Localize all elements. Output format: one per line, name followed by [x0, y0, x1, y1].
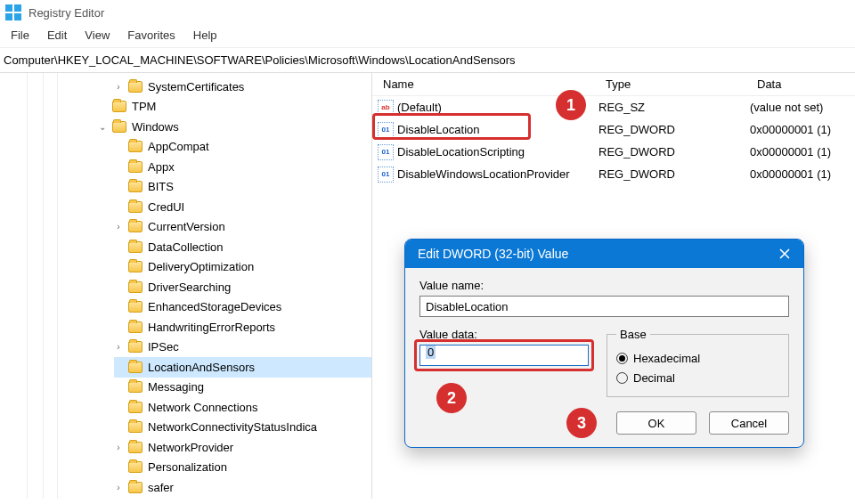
tree-item-label: BITS: [148, 180, 174, 193]
value-type: REG_DWORD: [598, 123, 750, 136]
menu-file[interactable]: File: [11, 28, 29, 42]
menu-view[interactable]: View: [85, 28, 110, 42]
tree-item[interactable]: ›safer: [114, 477, 371, 498]
radio-icon: [616, 353, 628, 364]
folder-icon: [128, 341, 142, 353]
tree-item[interactable]: ›NetworkConnectivityStatusIndica: [114, 418, 371, 438]
value-data-field[interactable]: 0: [419, 345, 589, 366]
app-icon: [5, 4, 21, 20]
value-data: 0x00000001 (1): [750, 167, 855, 181]
tree-item[interactable]: ›DataCollection: [114, 237, 371, 257]
value-data: 0x00000001 (1): [750, 123, 855, 136]
value-name-field[interactable]: [419, 296, 789, 317]
close-icon[interactable]: [775, 244, 794, 264]
folder-icon: [128, 421, 142, 433]
col-data-header[interactable]: Data: [746, 77, 855, 91]
chevron-down-icon[interactable]: ⌄: [98, 122, 107, 132]
value-data: (value not set): [750, 101, 855, 114]
tree-item[interactable]: ›CredUI: [114, 197, 371, 217]
tree-item[interactable]: ›DeliveryOptimization: [114, 257, 371, 278]
dialog-titlebar[interactable]: Edit DWORD (32-bit) Value: [405, 240, 803, 268]
list-body: ab(Default)REG_SZ(value not set)01Disabl…: [372, 96, 855, 185]
value-row[interactable]: 01DisableWindowsLocationProviderREG_DWOR…: [372, 163, 855, 185]
ok-button[interactable]: OK: [616, 411, 696, 435]
col-name-header[interactable]: Name: [372, 77, 595, 91]
value-name: (Default): [397, 101, 598, 114]
folder-icon: [128, 181, 142, 192]
value-data-label: Value data:: [419, 328, 589, 341]
menu-edit[interactable]: Edit: [47, 28, 67, 42]
tree-item[interactable]: ›Messaging: [114, 378, 371, 398]
tree-item[interactable]: ›NetworkProvider: [114, 437, 371, 458]
edit-dword-dialog: Edit DWORD (32-bit) Value Value name: Va…: [404, 239, 804, 448]
tree-item[interactable]: ›TPM: [98, 97, 371, 118]
menu-help[interactable]: Help: [193, 28, 217, 42]
tree-item[interactable]: ›SettingSync: [114, 498, 371, 500]
tree-item[interactable]: ›Personalization: [114, 458, 371, 478]
folder-icon: [128, 461, 142, 473]
tree-item-label: NetworkConnectivityStatusIndica: [148, 420, 317, 434]
value-name: DisableLocation: [397, 123, 598, 136]
chevron-right-icon[interactable]: ›: [114, 483, 123, 492]
tree-item-label: AppCompat: [148, 140, 209, 153]
cancel-button[interactable]: Cancel: [709, 411, 789, 435]
value-data: 0x00000001 (1): [750, 145, 855, 159]
tree-item-label: TPM: [132, 100, 156, 113]
value-row[interactable]: 01DisableLocationREG_DWORD0x00000001 (1): [372, 118, 855, 141]
address-bar[interactable]: Computer\HKEY_LOCAL_MACHINE\SOFTWARE\Pol…: [0, 48, 855, 73]
tree-item-label: Windows: [132, 120, 179, 134]
folder-icon: [128, 241, 142, 253]
tree-item[interactable]: ›CurrentVersion: [114, 217, 371, 238]
folder-icon: [128, 141, 142, 152]
chevron-right-icon[interactable]: ›: [114, 222, 123, 232]
col-type-header[interactable]: Type: [595, 77, 746, 91]
tree-item-label: CredUI: [148, 200, 184, 214]
tree-item-label: safer: [148, 481, 174, 494]
tree-item-label: CurrentVersion: [148, 220, 225, 233]
menu-favorites[interactable]: Favorites: [127, 28, 175, 42]
svg-rect-2: [5, 13, 12, 20]
radio-decimal[interactable]: Decimal: [616, 368, 779, 387]
tree-item[interactable]: ›AppCompat: [114, 137, 371, 158]
value-type: REG_DWORD: [598, 145, 750, 159]
dword-value-icon: 01: [378, 122, 394, 138]
tree-item[interactable]: ›DriverSearching: [114, 277, 371, 297]
folder-icon: [112, 101, 126, 112]
chevron-right-icon[interactable]: ›: [114, 342, 123, 352]
tree-item-label: SystemCertificates: [148, 80, 244, 93]
list-header: Name Type Data: [372, 73, 855, 96]
tree-item[interactable]: ›SystemCertificates: [114, 77, 371, 97]
tree-item-label: DataCollection: [148, 240, 224, 254]
folder-icon: [128, 442, 142, 453]
chevron-right-icon[interactable]: ›: [114, 443, 123, 452]
title-bar: Registry Editor: [0, 0, 855, 25]
tree-item[interactable]: ›Network Connections: [114, 397, 371, 418]
tree-item-label: Messaging: [148, 380, 204, 394]
dialog-body: Value name: Value data: 0 Base Hexadecim…: [405, 268, 803, 447]
tree-item[interactable]: ⌄Windows: [98, 117, 371, 137]
value-row[interactable]: 01DisableLocationScriptingREG_DWORD0x000…: [372, 141, 855, 163]
dialog-buttons: OK Cancel: [419, 411, 789, 435]
tree-item[interactable]: ›IPSec: [114, 337, 371, 358]
svg-rect-0: [5, 4, 12, 12]
address-path: Computer\HKEY_LOCAL_MACHINE\SOFTWARE\Pol…: [4, 53, 516, 67]
tree[interactable]: ›SystemCertificates›TPM⌄Windows›AppCompa…: [0, 77, 371, 499]
base-fieldset: Base Hexadecimal Decimal: [607, 328, 789, 397]
folder-icon: [128, 321, 142, 333]
value-name-label: Value name:: [419, 279, 789, 292]
value-row[interactable]: ab(Default)REG_SZ(value not set): [372, 96, 855, 118]
tree-item-label: DriverSearching: [148, 280, 231, 294]
tree-item[interactable]: ›LocationAndSensors: [114, 357, 371, 378]
radio-hexadecimal[interactable]: Hexadecimal: [616, 348, 779, 368]
radio-dec-label: Decimal: [633, 371, 675, 385]
tree-item-label: IPSec: [148, 340, 179, 354]
chevron-right-icon[interactable]: ›: [114, 82, 123, 92]
folder-icon: [128, 81, 142, 93]
tree-item[interactable]: ›EnhancedStorageDevices: [114, 297, 371, 318]
tree-item[interactable]: ›BITS: [114, 177, 371, 198]
tree-item[interactable]: ›HandwritingErrorReports: [114, 317, 371, 337]
tree-item[interactable]: ›Appx: [114, 157, 371, 177]
svg-rect-1: [14, 4, 21, 12]
window-title: Registry Editor: [28, 6, 104, 20]
svg-rect-3: [14, 13, 21, 20]
